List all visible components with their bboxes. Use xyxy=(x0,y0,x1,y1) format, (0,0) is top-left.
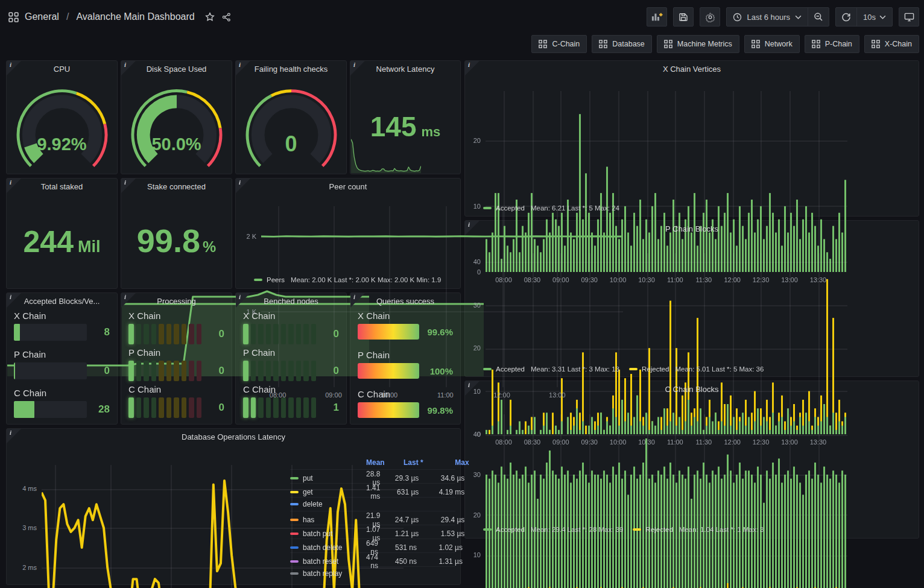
panel-info-icon[interactable]: i xyxy=(121,61,136,75)
lcd-segment xyxy=(144,324,149,344)
x-chain-vertices-chart[interactable] xyxy=(486,91,847,272)
time-picker-group: Last 6 hours xyxy=(726,7,829,27)
panel-title[interactable]: Failing health checks xyxy=(252,61,331,77)
lcd-segment xyxy=(159,397,164,418)
lcd-segment xyxy=(258,324,264,344)
panel-title[interactable]: Benched nodes xyxy=(252,293,331,309)
panel-title[interactable]: Peer count xyxy=(252,179,445,195)
panel-accepted-blocks: i Accepted Blocks/Ve... X Chain 8 P Chai… xyxy=(6,292,118,425)
panel-title[interactable]: Stake connected xyxy=(137,179,216,195)
panel-info-icon[interactable]: i xyxy=(121,179,136,193)
save-dashboard-button[interactable] xyxy=(673,7,694,27)
panel-info-icon[interactable]: i xyxy=(465,381,479,396)
legend-series-label[interactable]: has xyxy=(290,516,366,524)
panel-title[interactable]: Disk Space Used xyxy=(137,61,216,77)
chart-legend: AcceptedMean: 29.4 Last *: 28 Max: 39Rej… xyxy=(483,526,764,533)
panel-info-icon[interactable]: i xyxy=(7,179,21,193)
apps-grid-icon[interactable] xyxy=(8,12,19,22)
dashboard-link-p-chain[interactable]: P-Chain xyxy=(805,35,859,53)
refresh-interval-picker[interactable]: 10s xyxy=(856,8,892,26)
legend-series-label[interactable]: Accepted xyxy=(496,365,525,373)
panel-title[interactable]: X Chain Vertices xyxy=(481,61,903,77)
lcd-segment xyxy=(182,361,187,381)
time-range-picker[interactable]: Last 6 hours xyxy=(727,8,808,26)
y-axis-tick-label: 20 xyxy=(473,344,481,352)
queries-rows: X Chain 99.6% P Chain 100% C Chain 99.8% xyxy=(358,311,453,418)
legend-stat-value: 450 ns xyxy=(379,557,418,566)
lcd-segment xyxy=(273,397,279,418)
legend-item: AcceptedMean: 29.4 Last *: 28 Max: 39 xyxy=(483,526,623,533)
dashboard-link-x-chain[interactable]: X-Chain xyxy=(864,35,919,53)
breadcrumb: General / Avalanche Main Dashboard xyxy=(8,11,232,22)
star-icon[interactable] xyxy=(204,11,215,22)
lcd-segment xyxy=(266,397,271,418)
legend-series-label[interactable]: put xyxy=(290,474,366,482)
refresh-interval-label: 10s xyxy=(863,13,876,22)
legend-series-label[interactable]: Rejected xyxy=(642,365,669,373)
dashboard-link-machine-metrics[interactable]: Machine Metrics xyxy=(657,35,739,53)
panel-info-icon[interactable]: i xyxy=(350,293,365,308)
legend-series-label[interactable]: Peers xyxy=(267,276,285,283)
panel-info-icon[interactable]: i xyxy=(7,293,21,308)
refresh-icon xyxy=(841,12,851,22)
legend-series-label[interactable]: delete xyxy=(290,500,366,508)
legend-series-label[interactable]: Rejected xyxy=(645,526,672,533)
dashboard-link-c-chain[interactable]: C-Chain xyxy=(531,35,587,53)
panel-info-icon[interactable]: i xyxy=(7,61,21,75)
legend-series-label[interactable]: batch delete xyxy=(290,543,366,552)
legend-series-label[interactable]: Accepted xyxy=(496,526,525,533)
legend-table-column[interactable]: Last * xyxy=(386,458,425,467)
breadcrumb-separator: / xyxy=(66,11,69,22)
bar-gauge-row: P Chain 0 xyxy=(14,349,110,379)
panel-title[interactable]: P Chain Blocks xyxy=(481,221,903,237)
panel-info-icon[interactable]: i xyxy=(465,221,479,235)
panel-info-icon[interactable]: i xyxy=(350,61,365,75)
legend-series-label[interactable]: Accepted xyxy=(496,204,525,212)
panel-title[interactable]: C Chain Blocks xyxy=(481,381,903,397)
dashboard-link-database[interactable]: Database xyxy=(592,35,652,53)
lcd-segment xyxy=(174,361,179,381)
legend-stat-value: 631 µs xyxy=(381,488,420,496)
panel-title[interactable]: Total staked xyxy=(22,179,101,195)
refresh-button[interactable] xyxy=(836,8,856,26)
add-panel-button[interactable] xyxy=(647,7,667,27)
legend-table-column[interactable]: Max xyxy=(425,458,470,467)
share-icon[interactable] xyxy=(221,12,232,22)
lcd-segment xyxy=(151,361,157,381)
panel-benched-nodes: i Benched nodes X Chain 0 P Chain 0 C Ch… xyxy=(235,292,347,425)
legend-series-label[interactable]: batch put xyxy=(290,530,366,538)
panel-title[interactable]: Processing xyxy=(137,293,216,309)
panel-title[interactable]: Network Latency xyxy=(366,61,445,77)
legend-series-label[interactable]: batch replay xyxy=(290,569,366,578)
panel-title[interactable]: Queries success xyxy=(366,293,445,309)
panel-info-icon[interactable]: i xyxy=(236,61,250,75)
legend-stat-value: 1.02 µs xyxy=(418,543,464,552)
legend-series-label[interactable]: get xyxy=(290,488,366,496)
panel-info-icon[interactable]: i xyxy=(236,179,250,193)
network-latency-sparkline[interactable] xyxy=(351,138,421,173)
zoom-out-button[interactable] xyxy=(808,8,829,26)
legend-stat-value: 4.19 ms xyxy=(420,488,466,496)
panel-title[interactable]: Database Operations Latency xyxy=(22,429,445,445)
panel-title[interactable]: Accepted Blocks/Ve... xyxy=(22,293,101,309)
legend-series-color-chip xyxy=(290,546,299,549)
dashboard-link-network[interactable]: Network xyxy=(744,35,800,53)
cycle-view-mode-button[interactable] xyxy=(899,7,919,27)
panel-info-icon[interactable]: i xyxy=(121,293,136,308)
panel-title[interactable]: CPU xyxy=(22,61,101,77)
breadcrumb-dashboard-title[interactable]: Avalanche Main Dashboard xyxy=(76,11,194,22)
x-axis-tick-label: 13:00 xyxy=(781,276,798,283)
panel-info-icon[interactable]: i xyxy=(7,429,21,443)
legend-table-column[interactable]: Mean xyxy=(366,458,386,467)
bar-gauge-fill xyxy=(14,401,34,418)
breadcrumb-folder[interactable]: General xyxy=(25,11,59,22)
panel-stake-connected: i Stake connected 99.8% xyxy=(121,178,232,289)
legend-series-label[interactable]: batch reset xyxy=(290,557,366,566)
panel-info-icon[interactable]: i xyxy=(465,61,479,75)
dashboard-settings-button[interactable] xyxy=(700,7,720,27)
x-axis-tick-label: 12:30 xyxy=(753,276,770,283)
legend-series-color-chip xyxy=(290,503,299,505)
lcd-segment xyxy=(311,397,317,418)
y-axis-tick-label: 40 xyxy=(473,431,481,438)
panel-info-icon[interactable]: i xyxy=(236,293,250,308)
